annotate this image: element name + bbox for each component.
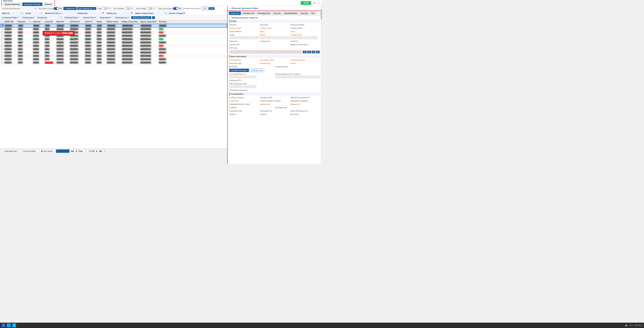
tab-physical-matching[interactable]: Physical Matching — [3, 2, 22, 6]
tab-packaging-info[interactable]: Packaging Info — [256, 11, 272, 15]
recap-search[interactable]: 🔍 — [40, 12, 42, 14]
planning-entity-chevron[interactable]: ▾ — [78, 16, 78, 18]
book-name-chevron[interactable]: ▾ — [110, 16, 111, 18]
prev-page-button[interactable]: ◀ — [74, 149, 78, 153]
contractual-entity-chevron[interactable]: ▾ — [17, 16, 18, 18]
th-l: L — [29, 21, 32, 23]
table-row[interactable]: ██████ ████ █████ ████ ██████ ███████ ██… — [0, 37, 227, 41]
loading-start-tag: loading start 📅 — [76, 12, 105, 14]
select-all-checkbox[interactable] — [1, 20, 4, 23]
book-name-clear[interactable]: × — [112, 16, 112, 18]
edit-matching-button[interactable]: ✏ Edit Matching ▾ — [1, 149, 20, 153]
table-row[interactable]: ██████ ████ █████ ████ ██████ ███████ ██… — [0, 54, 227, 58]
recap-tag: Recap 🔍 — [25, 12, 44, 14]
contract-no-input[interactable] — [20, 7, 34, 9]
tab-operation-info[interactable]: Operation Info — [241, 11, 256, 15]
table-row[interactable]: ██████ ████ █████ ████ ██████ ███████ ██… — [0, 34, 227, 37]
test-button[interactable]: TEST — [301, 1, 311, 5]
batch-no-clear[interactable]: × — [20, 12, 20, 14]
by-match-group-filter: By_Match_Group ON — [38, 7, 63, 10]
loading-start-input[interactable] — [88, 12, 102, 14]
bl-reminder-toggle[interactable] — [124, 7, 130, 10]
batch-no-search[interactable]: 🔍 — [21, 12, 23, 14]
recap-input[interactable] — [32, 12, 40, 14]
discharge-port-chevron[interactable]: ▾ — [128, 16, 129, 18]
loading-end-calendar[interactable]: 📅 — [131, 12, 133, 14]
tab-cost-info[interactable]: Cost Info — [272, 11, 282, 15]
source-supply-chevron[interactable]: ▾ — [184, 12, 185, 14]
standard-uom-field: Standard UOM: — [260, 96, 290, 99]
scrollbar-thumb[interactable] — [321, 9, 322, 19]
filter-toggle[interactable] — [102, 7, 108, 10]
trade-purpose-field: Trade Purpose: — [229, 30, 259, 33]
contract-no-search-icon[interactable]: 🔍 — [60, 16, 62, 18]
show-ledger-toggle[interactable] — [147, 7, 152, 10]
table-row[interactable]: ██████ ████ █████ ████ ██████ ███████ ██… — [0, 41, 227, 44]
agency-cargo-input[interactable] — [154, 12, 164, 14]
pricing-detail-button[interactable]: © Pricing Detail ▾ — [20, 149, 38, 153]
contract-no-tag-clear[interactable]: × — [58, 16, 60, 18]
tab-operation-summary[interactable]: Operation Summary — [22, 2, 42, 6]
matched-button[interactable]: ✓ Matched ▾ — [64, 7, 77, 10]
last-page-button[interactable]: ▶▶ — [99, 149, 102, 153]
mother-sub-search[interactable]: 🔍 — [61, 12, 63, 14]
table-row[interactable]: ██████ ████ █████ ████ ██████ ███████ ██… — [0, 44, 227, 47]
export-button[interactable]: Exp — [209, 7, 214, 10]
pink-action-btn3[interactable]: ■ — [312, 51, 315, 53]
contract-term-value2 — [304, 36, 318, 39]
table-row[interactable]: ██████ ████ █████ ████ ██████ ███████ ██… — [0, 58, 227, 61]
contact-list-checkbox[interactable] — [229, 17, 231, 19]
credit-no-label: Credit no.: — [290, 40, 320, 42]
planning-entity-clear[interactable]: × — [79, 16, 80, 18]
by-match-group-toggle[interactable] — [54, 7, 59, 10]
add-matched-button[interactable]: Add matched op... ▾ — [77, 7, 96, 10]
table-row[interactable]: ██████ ████ █████ ████ ██████ ███████ ██… — [0, 51, 227, 54]
refresh-button[interactable]: ↻ — [103, 149, 106, 153]
pink-action-btn2[interactable]: ■ — [307, 51, 311, 53]
view-history-button[interactable]: ◉ View History — [39, 149, 55, 153]
next-page-button[interactable]: ▶ — [95, 149, 98, 153]
tab-recap-info[interactable]: Recap Info — [229, 11, 241, 15]
contract-term-label: Contract Term: — [290, 33, 320, 36]
page-number-input[interactable] — [83, 150, 88, 152]
tab-inventory[interactable]: Inventory — [299, 11, 310, 15]
contract-no-search-icon[interactable]: 🔍 — [34, 7, 36, 9]
loading-end-input[interactable] — [117, 12, 130, 14]
table-row[interactable]: ██████ ████ █████ ████ ██████ ███████ ██… — [0, 24, 227, 27]
batch-no-input[interactable] — [10, 12, 19, 14]
contract-term-chevron[interactable]: ▾ — [95, 16, 96, 18]
table-row[interactable]: ██████ ████ █████ ████ ██████ ███████ ██… — [0, 31, 227, 34]
hide-end-contract-toggle[interactable] — [173, 7, 178, 10]
mother-sub-input[interactable] — [63, 12, 73, 14]
mother-sub-clear[interactable]: × — [74, 12, 75, 14]
pink-action-btn1[interactable]: ■ — [303, 51, 306, 53]
loading-start-calendar[interactable]: 📅 — [102, 12, 104, 14]
contractual-entity-clear[interactable]: × — [18, 16, 20, 18]
table-row[interactable]: ██████ ████ █████ ████ ██████ ███████ ██… — [0, 47, 227, 51]
estimated-contractual-field: Estimated Contractual — [229, 89, 320, 91]
quantity-tolerance-tab[interactable]: Quantity Torlerance — [229, 69, 249, 72]
pink-action-btn4[interactable]: ■ — [316, 51, 320, 53]
panel-scrollbar[interactable] — [321, 6, 322, 164]
other-discharge-label: Other Discharge port — [290, 110, 320, 112]
counterparty-chevron[interactable]: ▾ — [33, 16, 34, 18]
first-page-button[interactable]: ◀◀ — [70, 149, 74, 153]
efp-mark-label: EFP mark: — [229, 46, 320, 49]
tab-quantity-quality[interactable]: Quantity/Quality — [282, 11, 299, 15]
refinery-extra-button[interactable]: + — [152, 16, 155, 19]
tab-remind[interactable]: Remind — [43, 2, 53, 6]
th-recap: Recap — [96, 21, 106, 23]
tab-doc[interactable]: Doc — [310, 11, 316, 15]
filter-toggle-group: Filter OFF — [97, 7, 112, 10]
refinery-eta-button[interactable]: Refinery ETA Report — [131, 16, 151, 19]
table-row[interactable]: ██████ ████ █████ ██████ ███████ █████ █… — [0, 61, 227, 64]
th-send-to: Send To I — [84, 21, 96, 23]
cancel-button[interactable]: 取消 — [202, 7, 208, 10]
contract-term-clear[interactable]: × — [96, 16, 97, 18]
fullscreen-icon[interactable]: ⛶ — [317, 1, 321, 5]
settings-icon[interactable]: ⚙ — [312, 1, 316, 5]
contract-no-tag-input[interactable] — [48, 16, 58, 18]
agency-cargo-search[interactable]: 🔍 — [164, 12, 166, 14]
quantity-limit-tab[interactable]: Quantity Limit — [249, 69, 264, 72]
table-row[interactable]: ██████ ████ █████ ████ ██████ ███████ ██… — [0, 27, 227, 31]
